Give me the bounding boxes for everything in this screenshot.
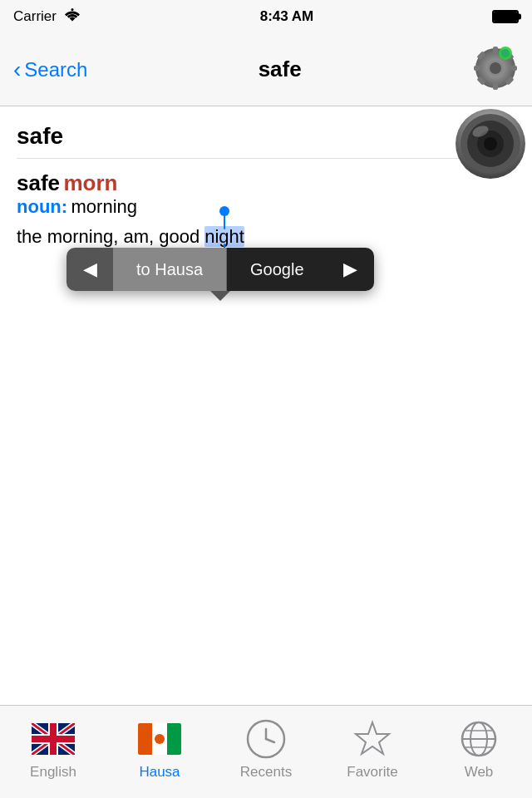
globe-icon-svg [459,719,499,759]
back-chevron-icon: ‹ [13,58,21,81]
svg-rect-7 [509,66,517,71]
tab-hausa[interactable]: Hausa [118,717,201,781]
uk-flag-svg [32,723,75,755]
svg-point-18 [484,137,497,150]
svg-point-0 [71,8,73,11]
context-menu: ◀ to Hausa Google ▶ [66,248,374,291]
entry-example: the morning, am, good night [17,223,515,250]
entry-definition: morning [71,196,137,217]
tab-favorite[interactable]: Favorite [331,717,414,781]
context-menu-arrow [210,291,230,301]
tab-bar: English Hausa Recents [0,705,532,798]
flag-orange-stripe [138,723,152,755]
favorite-icon [351,717,394,761]
context-prev-button[interactable]: ◀ [66,248,113,291]
hausa-flag-icon [138,717,181,761]
star-icon-svg [352,719,392,759]
svg-line-31 [266,739,274,742]
svg-rect-6 [474,66,482,71]
tab-web-label: Web [465,764,494,781]
tab-english-label: English [30,764,76,781]
context-google-button[interactable]: Google [227,248,328,291]
content-area: safe safe morn noun: morning [0,106,532,250]
tab-hausa-label: Hausa [139,764,180,781]
wifi-icon [63,8,81,26]
flag-white-stripe [152,723,166,755]
svg-marker-32 [356,722,389,754]
back-button[interactable]: ‹ Search [13,58,87,81]
clock-icon-svg [246,719,286,759]
page-title: safe [259,57,302,82]
status-left: Carrier [13,8,81,26]
back-label: Search [24,58,87,81]
web-icon [457,717,500,761]
selected-text: night [204,226,244,247]
tab-recents[interactable]: Recents [224,717,308,781]
flag-green-stripe [167,723,181,755]
tab-recents-label: Recents [240,764,292,781]
svg-point-3 [490,62,501,74]
tab-web[interactable]: Web [437,717,520,781]
context-hausa-button[interactable]: to Hausa [113,248,226,291]
entry-translation: morn [64,170,118,195]
recents-icon [244,717,288,761]
tab-english[interactable]: English [12,717,95,781]
settings-button[interactable] [472,45,519,95]
svg-point-13 [501,49,510,57]
status-bar: Carrier 8:43 AM [0,0,532,33]
english-flag-icon [32,717,75,761]
svg-rect-4 [493,47,498,55]
entry-word: safe [17,170,60,195]
word-heading: safe [17,123,63,150]
status-right [492,10,519,23]
context-next-button[interactable]: ▶ [328,248,374,291]
gear-icon [472,45,519,91]
svg-rect-5 [493,81,498,90]
tab-favorite-label: Favorite [347,764,397,781]
entry-section: safe morn noun: morning the morning, am,… [17,170,515,250]
status-time: 8:43 AM [260,8,314,25]
entry-pos: noun: [17,196,67,217]
battery-icon [492,10,519,23]
word-title-row: safe [17,123,515,159]
carrier-label: Carrier [13,8,57,25]
niger-flag [138,723,181,755]
nav-bar: ‹ Search safe [0,33,532,106]
flag-circle [155,734,165,744]
svg-rect-28 [32,736,75,742]
